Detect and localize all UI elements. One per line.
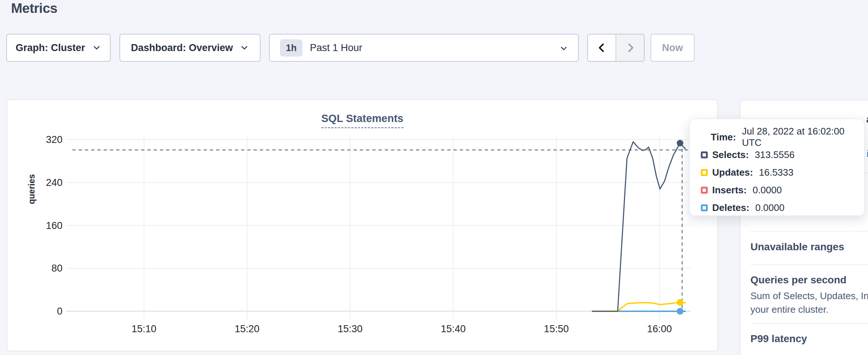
sql-statements-chart-card: SQL Statements queries 08016024032015:10… [7,99,718,351]
clipped-link-fragment: i [867,148,868,159]
y-tick-label: 0 [57,306,62,317]
graph-scope-dropdown[interactable]: Graph: Cluster [6,34,111,62]
dashboard-dropdown-label: Dashboard: Overview [131,42,233,54]
summary-item-unavailable-ranges: Unavailable ranges [750,241,844,253]
divider [750,231,868,232]
summary-item-p99-latency: P99 latency [750,333,807,345]
x-tick-label: 15:20 [235,323,260,334]
chevron-down-icon [240,43,249,53]
summary-item-description-line: your entire cluster. [750,303,828,316]
time-range-label: Past 1 Hour [310,42,362,54]
chevron-down-icon [92,43,101,53]
next-time-window-button[interactable] [616,35,644,61]
graph-scope-dropdown-label: Graph: Cluster [15,42,85,54]
chevron-left-icon [596,42,607,53]
tooltip-series-label: Deletes: [712,202,749,214]
previous-time-window-button[interactable] [588,35,616,61]
series-line-selects [592,142,685,311]
tooltip-series-label: Inserts: [712,184,747,196]
metrics-page: { "page": { "title": "Metrics" }, "toolb… [0,0,868,355]
time-range-badge: 1h [280,39,302,57]
hover-dot-deletes [677,308,684,315]
x-tick-label: 15:40 [441,323,466,334]
chart-hover-tooltip: Time: Jul 28, 2022 at 16:02:00 UTC Selec… [689,118,865,216]
dashboard-dropdown[interactable]: Dashboard: Overview [119,34,261,62]
tooltip-series-value: 0.0000 [753,184,782,196]
tooltip-time-value: Jul 28, 2022 at 16:02:00 UTC [742,126,864,148]
sql-statements-plot[interactable]: 08016024032015:1015:2015:3015:4015:5016:… [7,100,719,352]
x-tick-label: 15:10 [132,323,157,334]
chevron-right-icon [625,42,636,53]
page-title: Metrics [11,1,57,16]
chevron-down-icon [559,44,568,53]
divider [750,264,868,265]
series-line-updates [592,302,685,311]
y-tick-label: 320 [46,134,62,145]
time-range-selector[interactable]: 1h Past 1 Hour [269,34,579,62]
tooltip-series-value: 0.0000 [755,202,785,214]
x-tick-label: 15:30 [338,323,363,334]
time-window-pager [587,34,645,62]
tooltip-series-value: 313.5556 [755,149,795,161]
divider [750,323,868,324]
hover-dot-selects [677,140,684,146]
y-tick-label: 160 [46,220,62,231]
x-tick-label: 15:50 [544,323,569,334]
y-tick-label: 240 [46,177,62,188]
y-tick-label: 80 [51,263,62,274]
summary-item-description-line: Sum of Selects, Updates, Inser [750,289,868,303]
deletes-legend-icon [701,204,708,211]
tooltip-series-row: Selects: 313.5556 [690,146,864,164]
hover-dot-updates [677,299,684,306]
tooltip-series-row: Deletes: 0.0000 [690,199,864,216]
tooltip-time-label: Time: [711,132,736,143]
inserts-legend-icon [701,187,708,194]
updates-legend-icon [701,169,708,176]
selects-legend-icon [701,151,708,158]
tooltip-series-label: Updates: [712,167,753,178]
summary-item-queries-per-second: Queries per second [750,274,846,286]
clipped-text-fragment: a [866,114,868,125]
tooltip-series-value: 16.5333 [759,167,793,178]
tooltip-series-label: Selects: [712,149,749,161]
tooltip-time-row: Time: Jul 28, 2022 at 16:02:00 UTC [690,128,864,146]
tooltip-series-row: Inserts: 0.0000 [690,181,864,199]
now-button[interactable]: Now [650,34,695,62]
tooltip-series-row: Updates: 16.5333 [690,164,864,181]
x-tick-label: 16:00 [647,323,672,334]
